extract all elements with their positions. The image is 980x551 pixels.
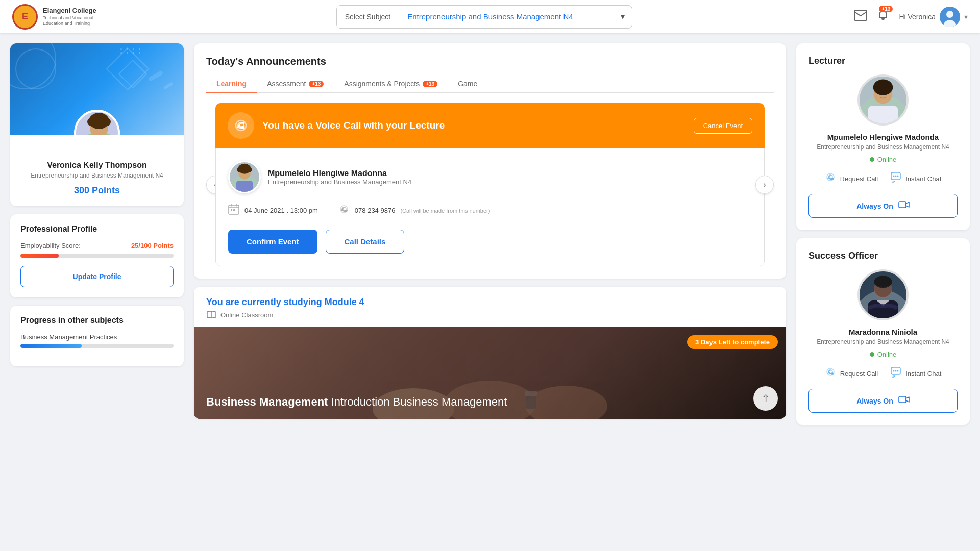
tab-learning-label: Learning — [216, 80, 247, 88]
lecturer-always-on-button[interactable]: Always On — [808, 194, 958, 218]
call-card: Mpumelelo Hlengiwe Madonna Entrepreneurs… — [215, 148, 765, 266]
assessment-badge: +13 — [309, 81, 324, 87]
success-section-title: Success Officer — [808, 251, 958, 261]
svg-point-3 — [946, 11, 953, 18]
subject-value: Entrepreneurship and Business Management… — [399, 12, 614, 21]
announcements-title: Today's Announcements — [206, 56, 774, 67]
tab-learning[interactable]: Learning — [206, 76, 257, 92]
success-instant-chat-label: Instant Chat — [905, 370, 941, 378]
tab-game[interactable]: Game — [448, 76, 487, 92]
module-header: You are currently studying Module 4 Onli… — [194, 287, 786, 327]
module-name: Business Management Introduction Busines… — [206, 395, 507, 409]
voice-call-left: You have a Voice Call with your Lecture — [228, 112, 445, 139]
book-icon — [206, 311, 216, 319]
svg-point-17 — [237, 167, 243, 172]
request-call-label: Request Call — [840, 175, 878, 183]
svg-point-53 — [895, 370, 897, 372]
subject-selector: Select Subject Entrepreneurship and Busi… — [114, 5, 854, 29]
lecturer-card: Lecturer Mpumelelo Hl — [796, 43, 970, 230]
module-image-content: Business Management Introduction Busines… — [206, 395, 774, 409]
lecturer-section-title: Lecturer — [808, 56, 958, 66]
online-dot — [870, 157, 874, 162]
success-avatar — [857, 269, 909, 320]
module-subtitle: Online Classroom — [206, 311, 774, 319]
svg-rect-55 — [899, 396, 906, 403]
header: E Elangeni College Technical and Vocatio… — [0, 0, 980, 33]
user-avatar[interactable] — [940, 7, 960, 27]
greeting-text: Hi Veronica — [899, 13, 936, 21]
call-details-button[interactable]: Call Details — [326, 230, 405, 254]
lecturer-name: Mpumelelo Hlengiwe Madonda — [808, 133, 958, 141]
success-chat-icon — [890, 366, 901, 381]
instant-chat-label: Instant Chat — [905, 175, 941, 183]
notifications-button[interactable]: +13 — [877, 9, 889, 25]
svg-rect-21 — [233, 209, 235, 211]
svg-rect-31 — [868, 106, 898, 126]
success-officer-card: Success Officer — [796, 238, 970, 425]
next-arrow[interactable]: › — [755, 176, 774, 194]
user-greeting: Hi Veronica ▾ — [899, 7, 968, 27]
chat-icon — [890, 171, 901, 186]
success-always-on-button[interactable]: Always On — [808, 389, 958, 413]
success-always-on-label: Always On — [856, 397, 893, 405]
success-request-call[interactable]: Request Call — [825, 366, 878, 381]
logo-text-block: Elangeni College Technical and Vocationa… — [43, 7, 96, 26]
call-lecturer-avatar — [228, 161, 261, 193]
subject-dropdown[interactable]: Select Subject Entrepreneurship and Busi… — [336, 5, 632, 29]
dropdown-arrow-icon: ▾ — [614, 12, 632, 21]
days-badge: 3 Days Left to complete — [687, 335, 778, 349]
subject-label: Select Subject — [337, 6, 400, 28]
tab-assessment[interactable]: Assessment +13 — [257, 76, 334, 92]
svg-point-39 — [895, 176, 897, 177]
progress-card-title: Progress in other subjects — [20, 316, 174, 325]
notification-badge: +13 — [879, 6, 893, 12]
request-call-icon — [825, 171, 836, 186]
profile-subject: Entrepreneurship and Business Management… — [20, 172, 174, 179]
lecturer-avatar — [857, 74, 909, 126]
main-layout: Veronica Kelly Thompson Entrepreneurship… — [0, 33, 980, 443]
user-dropdown-arrow[interactable]: ▾ — [964, 13, 968, 21]
svg-rect-41 — [899, 202, 906, 208]
logo-area: E Elangeni College Technical and Vocatio… — [12, 4, 114, 30]
call-lecturer-name: Mpumelelo Hlengiwe Madonna — [268, 169, 411, 178]
success-contact-row: Request Call Instant Chat — [808, 366, 958, 381]
subject-progress-item: Business Management Practices — [20, 333, 174, 348]
module-number: Module 4 — [325, 297, 364, 307]
svg-point-32 — [873, 80, 893, 95]
lecturer-online-status: Online — [808, 156, 958, 163]
right-sidebar: Lecturer Mpumelelo Hl — [796, 43, 970, 433]
profile-banner — [10, 43, 184, 135]
success-request-call-icon — [825, 366, 836, 381]
svg-point-9 — [87, 118, 95, 126]
header-right: +13 Hi Veronica ▾ — [854, 7, 968, 27]
tab-assignments[interactable]: Assignments & Projects +13 — [334, 76, 448, 92]
left-sidebar: Veronica Kelly Thompson Entrepreneurship… — [10, 43, 184, 433]
score-label: Employability Score: — [20, 242, 81, 249]
phone-icon — [338, 204, 350, 217]
lecturer-instant-chat[interactable]: Instant Chat — [890, 171, 941, 186]
voice-call-banner: You have a Voice Call with your Lecture … — [215, 103, 765, 148]
confirm-event-button[interactable]: Confirm Event — [228, 230, 317, 254]
success-request-call-label: Request Call — [840, 370, 878, 378]
success-online-label: Online — [877, 350, 897, 358]
subject-progress-bar — [20, 344, 174, 348]
lecturer-avatar-wrap — [808, 74, 958, 126]
call-phone-item: 078 234 9876 (Call will be made from thi… — [338, 204, 491, 217]
mail-button[interactable] — [854, 10, 867, 24]
success-online-dot — [870, 352, 874, 357]
call-icon — [228, 112, 254, 139]
lecturer-request-call[interactable]: Request Call — [825, 171, 878, 186]
lecturer-contact-row: Request Call Instant Chat — [808, 171, 958, 186]
voice-call-text: You have a Voice Call with your Lecture — [262, 120, 445, 131]
score-value: 25/100 Points — [131, 242, 174, 249]
college-name: Elangeni College — [43, 7, 96, 15]
deco-rect-2 — [163, 82, 174, 89]
success-instant-chat[interactable]: Instant Chat — [890, 366, 941, 381]
call-phone-note: (Call will be made from this number) — [400, 208, 490, 214]
progress-fill — [20, 254, 59, 258]
update-profile-button[interactable]: Update Profile — [20, 266, 174, 287]
success-avatar-wrap — [808, 269, 958, 320]
cancel-event-button[interactable]: Cancel Event — [694, 118, 752, 134]
svg-point-52 — [893, 370, 895, 372]
lecturer-subject: Entrepreneurship and Business Management… — [808, 143, 958, 151]
